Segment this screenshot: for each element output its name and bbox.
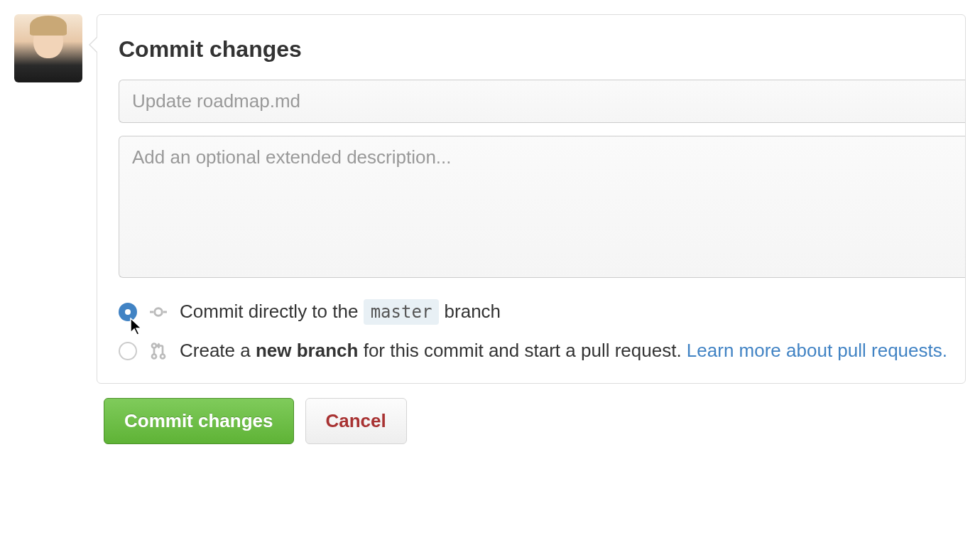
commit-description-textarea[interactable] xyxy=(119,136,965,278)
branch-badge: master xyxy=(364,299,440,325)
svg-rect-1 xyxy=(150,311,153,313)
direct-suffix: branch xyxy=(439,301,501,322)
commit-icon xyxy=(148,302,168,322)
svg-point-4 xyxy=(152,354,156,358)
commit-form-box: Commit changes xyxy=(97,14,966,384)
svg-point-5 xyxy=(160,354,165,358)
new-branch-label: Create a new branch for this commit and … xyxy=(180,340,947,362)
nb-suffix: for this commit and start a pull request… xyxy=(358,340,686,361)
commit-direct-label: Commit directly to the master branch xyxy=(180,301,501,323)
learn-more-link[interactable]: Learn more about pull requests. xyxy=(687,340,947,361)
direct-prefix: Commit directly to the xyxy=(180,301,364,322)
commit-summary-input[interactable] xyxy=(119,80,965,123)
svg-point-0 xyxy=(155,308,163,316)
branch-options-group: Commit directly to the master branch xyxy=(119,301,965,362)
pull-request-icon xyxy=(148,341,168,361)
commit-direct-option[interactable]: Commit directly to the master branch xyxy=(119,301,965,323)
svg-point-3 xyxy=(152,343,156,348)
avatar-wrapper xyxy=(14,14,82,384)
nb-prefix: Create a xyxy=(180,340,256,361)
user-avatar[interactable] xyxy=(14,14,82,82)
new-branch-option[interactable]: Create a new branch for this commit and … xyxy=(119,340,965,362)
commit-changes-button[interactable]: Commit changes xyxy=(104,398,294,444)
svg-rect-2 xyxy=(163,311,167,313)
commit-heading: Commit changes xyxy=(119,36,965,63)
nb-bold: new branch xyxy=(256,340,358,361)
form-actions: Commit changes Cancel xyxy=(104,398,966,444)
radio-unselected-icon xyxy=(119,342,137,360)
radio-selected-icon xyxy=(119,303,137,321)
cancel-button[interactable]: Cancel xyxy=(305,398,407,444)
